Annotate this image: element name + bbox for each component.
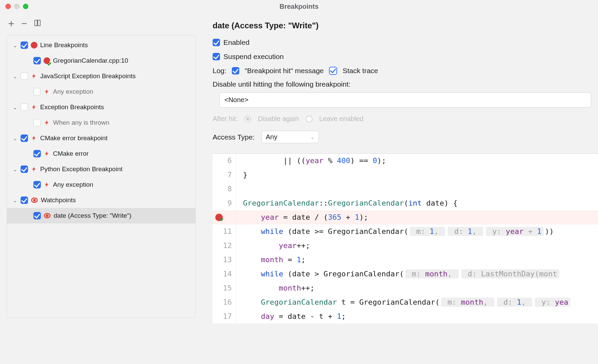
access-type-value: Any (266, 133, 277, 141)
chevron-down-icon[interactable] (13, 105, 18, 110)
breakpoint-tree-pane: Line Breakpoints GregorianCalendar.cpp:1… (0, 13, 202, 364)
after-hit-disable-radio (244, 116, 251, 122)
tree-item[interactable]: CMake error (7, 146, 195, 161)
after-hit-leave-radio (306, 116, 312, 122)
tree-item[interactable]: When any is thrown (7, 115, 195, 130)
param-hint: y: yea (535, 298, 570, 307)
after-hit-row: After hit: Disable again Leave enabled (213, 115, 598, 123)
zoom-window-button[interactable] (23, 4, 28, 9)
tree-group-label: Line Breakpoints (40, 41, 88, 49)
item-checkbox[interactable] (33, 119, 41, 126)
tree-group-cmake[interactable]: CMake error breakpoint (7, 130, 195, 146)
watchpoint-eye-icon (44, 212, 51, 219)
tree-group-label: CMake error breakpoint (40, 134, 108, 142)
code-line: 8 (213, 182, 598, 196)
group-checkbox[interactable] (21, 165, 28, 173)
add-breakpoint-button[interactable] (8, 18, 15, 28)
log-hit-label: "Breakpoint hit" message (245, 67, 324, 75)
chevron-down-icon[interactable] (13, 74, 18, 79)
log-hit-checkbox[interactable] (232, 67, 239, 74)
group-checkbox[interactable] (21, 196, 28, 204)
tree-group-watchpoints[interactable]: Watchpoints (7, 192, 195, 208)
code-line: 14 while (date > GregorianCalendar( m: m… (213, 267, 598, 281)
tree-item-selected[interactable]: date (Access Type: "Write") (7, 208, 195, 223)
code-line: 9 GregorianCalendar::GregorianCalendar(i… (213, 196, 598, 210)
chevron-down-icon[interactable] (13, 167, 18, 172)
stack-trace-checkbox[interactable] (329, 67, 337, 75)
group-checkbox[interactable] (21, 72, 28, 80)
item-checkbox[interactable] (33, 88, 41, 95)
tree-group-js-exception[interactable]: JavaScript Exception Breakpoints (7, 68, 195, 84)
code-text: day = date - t + 1; (236, 309, 346, 324)
enabled-label: Enabled (223, 38, 249, 47)
after-hit-disable-label: Disable again (258, 115, 299, 123)
exception-bolt-icon (44, 181, 50, 188)
param-hint: m: month, (405, 269, 459, 278)
watchpoint-eye-icon (31, 196, 38, 204)
tree-group-line-breakpoints[interactable]: Line Breakpoints (7, 37, 195, 53)
chevron-down-icon[interactable] (13, 198, 18, 203)
chevron-down-icon[interactable] (13, 136, 18, 141)
code-line: 13 month = 1; (213, 253, 598, 267)
item-checkbox[interactable] (33, 150, 41, 157)
chevron-down-icon[interactable] (13, 43, 18, 48)
tree-group-label: Exception Breakpoints (40, 103, 104, 111)
enabled-option: Enabled (213, 38, 598, 47)
code-text: year = date / (365 + 1); (236, 210, 368, 224)
tree-item[interactable]: Any exception (7, 177, 195, 192)
line-number: 8 (213, 182, 236, 196)
disable-until-select[interactable]: <None> (219, 92, 591, 108)
window-title: Breakpoints (0, 3, 598, 10)
code-text: || ((year % 400) == 0); (236, 154, 386, 168)
code-text: while (date >= GregorianCalendar( m: 1, … (236, 224, 554, 239)
tree-item[interactable]: GregorianCalendar.cpp:10 (7, 53, 195, 68)
code-line: 16 GregorianCalendar t = GregorianCalend… (213, 295, 598, 309)
suspend-option: Suspend execution (213, 53, 598, 61)
group-checkbox[interactable] (21, 103, 28, 111)
tree-group-label: JavaScript Exception Breakpoints (40, 72, 136, 80)
enabled-checkbox[interactable] (213, 39, 220, 46)
line-number: 13 (213, 253, 236, 267)
breakpoint-verified-icon (44, 57, 50, 64)
breakpoint-gutter-icon[interactable] (213, 210, 236, 224)
minimize-window-button[interactable] (14, 4, 20, 9)
code-text: while (date > GregorianCalendar( m: mont… (236, 267, 561, 281)
group-by-button[interactable] (34, 19, 41, 27)
line-number: 9 (213, 196, 236, 210)
window-controls (5, 4, 28, 9)
exception-bolt-icon (44, 88, 50, 95)
svg-rect-1 (38, 20, 40, 26)
access-type-dropdown[interactable]: Any ⌄ (262, 131, 319, 143)
details-title: date (Access Type: "Write") (213, 21, 598, 30)
code-text: GregorianCalendar t = GregorianCalendar(… (236, 295, 572, 309)
suspend-checkbox[interactable] (213, 53, 220, 60)
tree-group-python[interactable]: Python Exception Breakpoint (7, 161, 195, 177)
access-type-row: Access Type: Any ⌄ (213, 131, 598, 143)
after-hit-leave-label: Leave enabled (319, 115, 363, 123)
item-checkbox[interactable] (33, 212, 41, 219)
item-checkbox[interactable] (33, 57, 41, 64)
remove-breakpoint-button[interactable] (21, 18, 27, 28)
code-line: 15 month++; (213, 281, 598, 295)
line-number: 7 (213, 168, 236, 182)
item-checkbox[interactable] (33, 181, 41, 188)
param-hint: d: 1, (448, 227, 483, 236)
after-hit-label: After hit: (213, 115, 238, 123)
exception-bolt-icon (31, 73, 37, 80)
svg-rect-0 (35, 20, 37, 26)
param-hint: d: 1, (497, 298, 533, 307)
code-text: month = 1; (236, 253, 305, 267)
tree-item[interactable]: Any exception (7, 84, 195, 99)
group-checkbox[interactable] (21, 41, 28, 49)
code-line: 17 day = date - t + 1; (213, 309, 598, 324)
param-hint: d: LastMonthDay(mont (461, 269, 559, 278)
exception-bolt-icon (31, 166, 37, 173)
tree-group-exception[interactable]: Exception Breakpoints (7, 99, 195, 115)
code-line: 11 while (date >= GregorianCalendar( m: … (213, 224, 598, 239)
close-window-button[interactable] (5, 4, 11, 9)
group-checkbox[interactable] (21, 134, 28, 142)
disable-until-label: Disable until hitting the following brea… (213, 80, 598, 88)
line-number: 16 (213, 295, 236, 309)
code-text: } (236, 168, 247, 182)
param-hint: m: month, (441, 298, 494, 307)
